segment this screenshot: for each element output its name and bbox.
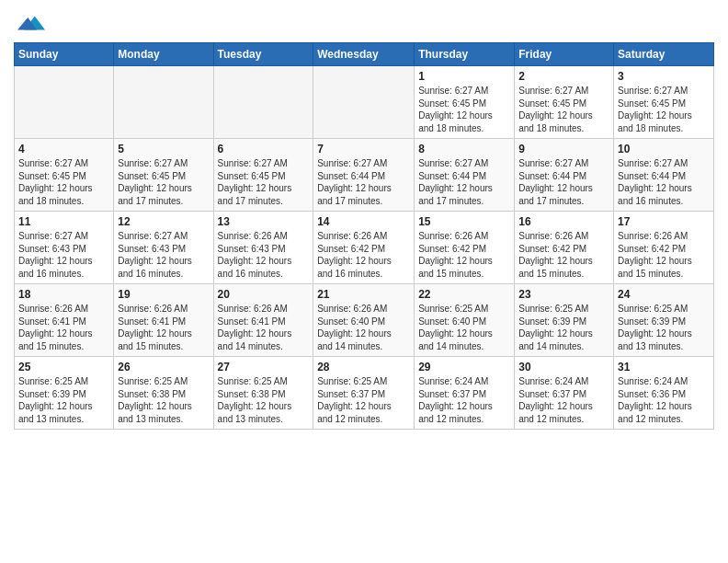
day-number: 1 bbox=[418, 70, 510, 83]
day-info: Sunrise: 6:26 AM Sunset: 6:41 PM Dayligh… bbox=[218, 303, 310, 352]
day-cell: 11Sunrise: 6:27 AM Sunset: 6:43 PM Dayli… bbox=[15, 212, 114, 284]
day-number: 5 bbox=[118, 143, 209, 155]
weekday-header-wednesday: Wednesday bbox=[313, 43, 415, 66]
day-cell: 9Sunrise: 6:27 AM Sunset: 6:44 PM Daylig… bbox=[515, 139, 614, 212]
day-number: 19 bbox=[118, 288, 209, 301]
day-number: 4 bbox=[18, 143, 109, 155]
week-row-3: 11Sunrise: 6:27 AM Sunset: 6:43 PM Dayli… bbox=[15, 212, 714, 284]
page: SundayMondayTuesdayWednesdayThursdayFrid… bbox=[0, 0, 728, 563]
day-cell: 23Sunrise: 6:25 AM Sunset: 6:39 PM Dayli… bbox=[515, 284, 614, 357]
day-number: 13 bbox=[218, 215, 310, 228]
day-info: Sunrise: 6:26 AM Sunset: 6:41 PM Dayligh… bbox=[18, 303, 109, 352]
day-cell: 20Sunrise: 6:26 AM Sunset: 6:41 PM Dayli… bbox=[213, 284, 313, 357]
day-info: Sunrise: 6:27 AM Sunset: 6:45 PM Dayligh… bbox=[18, 157, 109, 207]
day-cell: 16Sunrise: 6:26 AM Sunset: 6:42 PM Dayli… bbox=[515, 212, 614, 284]
day-number: 18 bbox=[18, 288, 109, 301]
day-cell: 28Sunrise: 6:25 AM Sunset: 6:37 PM Dayli… bbox=[313, 357, 415, 430]
day-number: 6 bbox=[218, 143, 310, 155]
day-cell: 13Sunrise: 6:26 AM Sunset: 6:43 PM Dayli… bbox=[213, 212, 313, 284]
day-number: 11 bbox=[18, 215, 109, 228]
day-info: Sunrise: 6:26 AM Sunset: 6:43 PM Dayligh… bbox=[218, 230, 310, 280]
day-info: Sunrise: 6:27 AM Sunset: 6:45 PM Dayligh… bbox=[518, 85, 609, 134]
day-info: Sunrise: 6:25 AM Sunset: 6:37 PM Dayligh… bbox=[317, 375, 410, 425]
day-info: Sunrise: 6:24 AM Sunset: 6:36 PM Dayligh… bbox=[618, 375, 710, 425]
weekday-header-monday: Monday bbox=[114, 43, 213, 66]
day-info: Sunrise: 6:27 AM Sunset: 6:44 PM Dayligh… bbox=[317, 157, 410, 207]
logo bbox=[14, 9, 45, 37]
day-number: 7 bbox=[317, 143, 410, 155]
weekday-header-tuesday: Tuesday bbox=[213, 43, 313, 66]
day-number: 3 bbox=[618, 70, 710, 83]
day-cell: 24Sunrise: 6:25 AM Sunset: 6:39 PM Dayli… bbox=[614, 284, 714, 357]
header bbox=[14, 9, 714, 37]
day-cell: 7Sunrise: 6:27 AM Sunset: 6:44 PM Daylig… bbox=[313, 139, 415, 212]
day-cell: 1Sunrise: 6:27 AM Sunset: 6:45 PM Daylig… bbox=[415, 66, 515, 139]
day-info: Sunrise: 6:27 AM Sunset: 6:43 PM Dayligh… bbox=[118, 230, 209, 280]
day-info: Sunrise: 6:26 AM Sunset: 6:40 PM Dayligh… bbox=[317, 303, 410, 352]
day-cell: 19Sunrise: 6:26 AM Sunset: 6:41 PM Dayli… bbox=[114, 284, 213, 357]
day-number: 29 bbox=[418, 361, 510, 373]
weekday-header-thursday: Thursday bbox=[415, 43, 515, 66]
day-info: Sunrise: 6:25 AM Sunset: 6:39 PM Dayligh… bbox=[518, 303, 609, 352]
day-info: Sunrise: 6:26 AM Sunset: 6:42 PM Dayligh… bbox=[618, 230, 710, 280]
week-row-1: 1Sunrise: 6:27 AM Sunset: 6:45 PM Daylig… bbox=[15, 66, 714, 139]
day-number: 24 bbox=[618, 288, 710, 301]
weekday-header-saturday: Saturday bbox=[614, 43, 714, 66]
day-info: Sunrise: 6:27 AM Sunset: 6:45 PM Dayligh… bbox=[418, 85, 510, 134]
day-cell: 18Sunrise: 6:26 AM Sunset: 6:41 PM Dayli… bbox=[15, 284, 114, 357]
day-cell: 31Sunrise: 6:24 AM Sunset: 6:36 PM Dayli… bbox=[614, 357, 714, 430]
day-cell bbox=[114, 66, 213, 139]
day-cell bbox=[15, 66, 114, 139]
day-cell: 8Sunrise: 6:27 AM Sunset: 6:44 PM Daylig… bbox=[415, 139, 515, 212]
day-info: Sunrise: 6:27 AM Sunset: 6:44 PM Dayligh… bbox=[418, 157, 510, 207]
day-info: Sunrise: 6:24 AM Sunset: 6:37 PM Dayligh… bbox=[518, 375, 609, 425]
day-info: Sunrise: 6:26 AM Sunset: 6:42 PM Dayligh… bbox=[317, 230, 410, 280]
day-cell: 5Sunrise: 6:27 AM Sunset: 6:45 PM Daylig… bbox=[114, 139, 213, 212]
day-info: Sunrise: 6:25 AM Sunset: 6:39 PM Dayligh… bbox=[18, 375, 109, 425]
day-number: 28 bbox=[317, 361, 410, 373]
day-number: 15 bbox=[418, 215, 510, 228]
day-number: 26 bbox=[118, 361, 209, 373]
weekday-header-sunday: Sunday bbox=[15, 43, 114, 66]
day-cell bbox=[313, 66, 415, 139]
day-info: Sunrise: 6:27 AM Sunset: 6:44 PM Dayligh… bbox=[618, 157, 710, 207]
day-cell: 29Sunrise: 6:24 AM Sunset: 6:37 PM Dayli… bbox=[415, 357, 515, 430]
day-cell bbox=[213, 66, 313, 139]
day-cell: 25Sunrise: 6:25 AM Sunset: 6:39 PM Dayli… bbox=[15, 357, 114, 430]
day-number: 14 bbox=[317, 215, 410, 228]
day-info: Sunrise: 6:25 AM Sunset: 6:40 PM Dayligh… bbox=[418, 303, 510, 352]
day-info: Sunrise: 6:26 AM Sunset: 6:42 PM Dayligh… bbox=[418, 230, 510, 280]
weekday-header-row: SundayMondayTuesdayWednesdayThursdayFrid… bbox=[15, 43, 714, 66]
day-number: 2 bbox=[518, 70, 609, 83]
day-cell: 6Sunrise: 6:27 AM Sunset: 6:45 PM Daylig… bbox=[213, 139, 313, 212]
day-number: 31 bbox=[618, 361, 710, 373]
day-number: 17 bbox=[618, 215, 710, 228]
day-number: 8 bbox=[418, 143, 510, 155]
week-row-4: 18Sunrise: 6:26 AM Sunset: 6:41 PM Dayli… bbox=[15, 284, 714, 357]
day-cell: 12Sunrise: 6:27 AM Sunset: 6:43 PM Dayli… bbox=[114, 212, 213, 284]
day-cell: 17Sunrise: 6:26 AM Sunset: 6:42 PM Dayli… bbox=[614, 212, 714, 284]
day-cell: 2Sunrise: 6:27 AM Sunset: 6:45 PM Daylig… bbox=[515, 66, 614, 139]
day-info: Sunrise: 6:24 AM Sunset: 6:37 PM Dayligh… bbox=[418, 375, 510, 425]
day-info: Sunrise: 6:25 AM Sunset: 6:38 PM Dayligh… bbox=[118, 375, 209, 425]
week-row-2: 4Sunrise: 6:27 AM Sunset: 6:45 PM Daylig… bbox=[15, 139, 714, 212]
day-info: Sunrise: 6:27 AM Sunset: 6:43 PM Dayligh… bbox=[18, 230, 109, 280]
day-info: Sunrise: 6:27 AM Sunset: 6:45 PM Dayligh… bbox=[118, 157, 209, 207]
day-number: 16 bbox=[518, 215, 609, 228]
day-number: 22 bbox=[418, 288, 510, 301]
day-cell: 27Sunrise: 6:25 AM Sunset: 6:38 PM Dayli… bbox=[213, 357, 313, 430]
day-cell: 22Sunrise: 6:25 AM Sunset: 6:40 PM Dayli… bbox=[415, 284, 515, 357]
calendar: SundayMondayTuesdayWednesdayThursdayFrid… bbox=[14, 42, 714, 430]
day-cell: 30Sunrise: 6:24 AM Sunset: 6:37 PM Dayli… bbox=[515, 357, 614, 430]
day-number: 21 bbox=[317, 288, 410, 301]
day-cell: 14Sunrise: 6:26 AM Sunset: 6:42 PM Dayli… bbox=[313, 212, 415, 284]
weekday-header-friday: Friday bbox=[515, 43, 614, 66]
day-info: Sunrise: 6:27 AM Sunset: 6:45 PM Dayligh… bbox=[218, 157, 310, 207]
week-row-5: 25Sunrise: 6:25 AM Sunset: 6:39 PM Dayli… bbox=[15, 357, 714, 430]
day-cell: 3Sunrise: 6:27 AM Sunset: 6:45 PM Daylig… bbox=[614, 66, 714, 139]
day-cell: 21Sunrise: 6:26 AM Sunset: 6:40 PM Dayli… bbox=[313, 284, 415, 357]
day-number: 10 bbox=[618, 143, 710, 155]
day-info: Sunrise: 6:27 AM Sunset: 6:44 PM Dayligh… bbox=[518, 157, 609, 207]
day-number: 25 bbox=[18, 361, 109, 373]
day-number: 12 bbox=[118, 215, 209, 228]
